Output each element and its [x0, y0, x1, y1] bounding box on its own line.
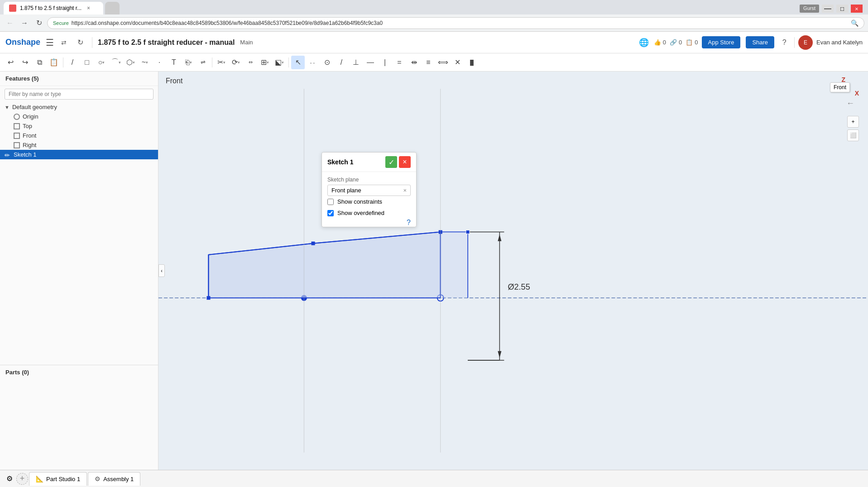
perpendicular-tool[interactable]: ⊥: [349, 56, 363, 69]
horizontal-tool[interactable]: —: [364, 56, 377, 69]
tree-origin[interactable]: Origin: [0, 112, 158, 121]
show-overdefined-checkbox[interactable]: [327, 210, 334, 216]
front-plane-icon: [14, 133, 20, 139]
tree-top[interactable]: Top: [0, 121, 158, 131]
history-icon[interactable]: ⇄: [58, 36, 70, 49]
sketch-canvas[interactable]: Ø2.55: [158, 72, 868, 470]
ruler-tool[interactable]: ▐▌: [465, 56, 479, 69]
assembly-tab[interactable]: ⚙ Assembly 1: [88, 472, 140, 486]
transform-tool[interactable]: ⟳▾: [229, 56, 243, 69]
arc-tool[interactable]: ⌒▾: [109, 56, 123, 69]
close-window-button[interactable]: ×: [851, 5, 863, 13]
vertical-tool[interactable]: |: [378, 56, 392, 69]
share-button[interactable]: Share: [746, 36, 774, 48]
collapse-left-button[interactable]: ‹: [158, 264, 165, 277]
sketch-plane-value[interactable]: Front plane ×: [327, 185, 411, 196]
show-constraints-checkbox[interactable]: [327, 199, 334, 205]
refresh-icon[interactable]: ↻: [74, 36, 86, 49]
sketch-panel-body: Sketch plane Front plane × Show constrai…: [322, 172, 416, 223]
parts-header: Parts (0): [0, 365, 158, 379]
part-studio-tab[interactable]: 📐 Part Studio 1: [29, 472, 87, 486]
equal-tool[interactable]: ≡: [422, 56, 435, 69]
minimize-button[interactable]: —: [822, 5, 834, 13]
address-search-icon: 🔍: [851, 19, 858, 27]
symmetric-tool[interactable]: ⟺: [436, 56, 450, 69]
tree-front[interactable]: Front: [0, 131, 158, 140]
browser-chrome: 1.875 f to 2.5 f straight r... × Gurst —…: [0, 0, 868, 32]
active-tab[interactable]: 1.875 f to 2.5 f straight r... ×: [4, 2, 103, 14]
point-tool[interactable]: ·: [153, 56, 166, 69]
paste-button[interactable]: 📋: [47, 56, 61, 69]
doc-title: 1.875 f to 2.5 f straight reducer - manu…: [98, 38, 235, 47]
views-count: 0: [695, 39, 698, 46]
tab-close-button[interactable]: ×: [87, 5, 90, 11]
svg-marker-6: [441, 232, 468, 298]
dimension-tool[interactable]: ⇔: [244, 56, 257, 69]
forward-button[interactable]: →: [18, 17, 31, 29]
user-name[interactable]: Evan and Katelyn: [816, 39, 863, 46]
tree-right[interactable]: Right: [0, 140, 158, 150]
coincident-tool[interactable]: ⊙: [320, 56, 334, 69]
sketch-plane-close[interactable]: ×: [403, 187, 407, 194]
rect-tool[interactable]: □: [80, 56, 94, 69]
reload-button[interactable]: ↻: [33, 17, 45, 29]
likes-button[interactable]: 👍 0: [654, 39, 666, 46]
tangent-tool[interactable]: /: [335, 56, 348, 69]
sketch-cancel-button[interactable]: ×: [399, 156, 411, 168]
address-bar[interactable]: Secure https://cad.onshape.com/documents…: [47, 17, 864, 29]
line-tool[interactable]: /: [66, 56, 79, 69]
spline-tool[interactable]: ~▾: [138, 56, 152, 69]
links-icon: 🔗: [670, 39, 677, 46]
canvas-area[interactable]: Front: [158, 72, 868, 470]
hamburger-menu[interactable]: ☰: [46, 37, 54, 48]
svg-text:Ø2.55: Ø2.55: [508, 282, 530, 291]
midpoint-tool[interactable]: ⇹: [407, 56, 421, 69]
show-overdefined-row: Show overdefined: [327, 207, 411, 219]
globe-icon[interactable]: 🌐: [638, 36, 650, 49]
new-tab-button[interactable]: [105, 2, 120, 14]
offset-tool[interactable]: ⎗▾: [182, 56, 195, 69]
tree-item-label: Front: [23, 132, 36, 139]
select-tool[interactable]: ↖: [291, 56, 305, 69]
header-separator-2: [794, 37, 795, 48]
sketch-plane-label: Sketch plane: [327, 177, 411, 183]
views-button[interactable]: 📋 0: [686, 39, 698, 46]
filter-input[interactable]: [5, 89, 153, 100]
app-store-button[interactable]: App Store: [702, 36, 741, 48]
assembly-icon: ⚙: [95, 475, 101, 482]
zoom-out-arrow[interactable]: ←: [846, 99, 854, 108]
help-icon[interactable]: ?: [778, 36, 791, 49]
sketch-confirm-button[interactable]: ✓: [385, 156, 397, 168]
redo-button[interactable]: ↪: [18, 56, 32, 69]
onshape-logo[interactable]: Onshape: [5, 38, 40, 47]
undo-button[interactable]: ↩: [4, 56, 17, 69]
cube-mode-button[interactable]: ⬜: [847, 129, 859, 141]
circle-tool[interactable]: ○▾: [95, 56, 108, 69]
polygon-tool[interactable]: ⬡▾: [124, 56, 137, 69]
sketch-panel-title: Sketch 1: [327, 158, 354, 166]
pattern-tool[interactable]: ⊞▾: [258, 56, 272, 69]
trim-tool[interactable]: ✂▾: [215, 56, 228, 69]
settings-gear-button[interactable]: ⚙: [4, 473, 15, 485]
user-id-badge: Gurst: [800, 5, 819, 13]
parallel-tool[interactable]: =: [393, 56, 406, 69]
app-header: Onshape ☰ ⇄ ↻ 1.875 f to 2.5 f straight …: [0, 32, 868, 53]
maximize-button[interactable]: □: [836, 5, 848, 13]
help-icon[interactable]: ?: [407, 219, 411, 227]
back-button[interactable]: ←: [4, 17, 16, 29]
mirror-tool[interactable]: ⇌: [196, 56, 210, 69]
boolean-tool[interactable]: ⬕▾: [273, 56, 286, 69]
user-avatar[interactable]: E: [798, 35, 813, 50]
links-button[interactable]: 🔗 0: [670, 39, 682, 46]
orientation-cube[interactable]: X Z Front ←: [823, 76, 859, 112]
cube-front-face[interactable]: Front: [830, 82, 850, 92]
tree-default-geometry[interactable]: ▼ Default geometry: [0, 102, 158, 112]
copy-button[interactable]: ⧉: [33, 56, 46, 69]
top-plane-icon: [14, 123, 20, 129]
tree-sketch1[interactable]: ✏ Sketch 1: [0, 150, 158, 159]
text-tool[interactable]: T: [167, 56, 181, 69]
zoom-in-button[interactable]: +: [847, 116, 859, 128]
construction-tool[interactable]: - -: [306, 56, 319, 69]
add-tab-button[interactable]: +: [16, 473, 28, 485]
pierce-tool[interactable]: ✕: [451, 56, 464, 69]
